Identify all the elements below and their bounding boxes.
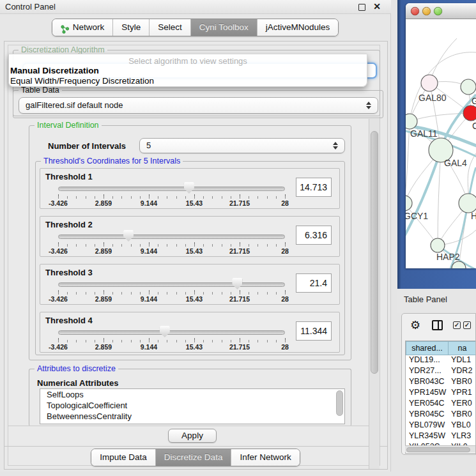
attribute-list-item[interactable]: TopologicalCoefficient [40,400,344,411]
tab-infer-network[interactable]: Infer Network [231,449,299,466]
close-traffic-icon[interactable] [411,7,419,15]
network-node[interactable] [461,79,476,95]
cell-shared-name[interactable]: YPR145W [406,388,449,399]
tab-style[interactable]: Style [112,19,149,36]
cell-name[interactable]: YBR0 [449,410,476,420]
network-node[interactable] [406,114,417,129]
cell-name[interactable]: YER0 [449,399,476,410]
tab-network[interactable]: Network [52,19,113,36]
table-row[interactable]: YDL19...YDL1 [406,355,476,366]
top-tab-bar: Network Style Select Cyni Toolbox jActiv… [0,19,390,36]
list-scrollbar-thumb[interactable] [336,390,343,416]
network-node-label: HAP2 [436,252,460,262]
tick-label: 15.43 [186,295,203,303]
threshold-value-field[interactable]: 11.344 [296,321,332,341]
tick-label: 9.144 [141,343,157,351]
tick-label: 28 [281,199,289,207]
table-row[interactable]: YPR145WYPR1 [406,388,476,399]
tab-cyni-toolbox[interactable]: Cyni Toolbox [190,19,257,36]
table-row[interactable]: YDR27...YDR2 [406,366,476,377]
threshold-slider-track[interactable] [58,234,285,239]
cell-shared-name[interactable]: YBR043C [406,377,449,388]
cell-shared-name[interactable]: YDL19... [406,355,449,366]
tick-label: 2.859 [95,247,112,255]
slider-tick-labels: -3.4262.8599.14415.4321.71528 [58,343,285,351]
table-row[interactable]: YBR043CYBR0 [406,377,476,388]
threshold-slider-track[interactable] [58,330,285,335]
network-node[interactable] [431,238,445,252]
dropdown-option-equal-width[interactable]: Equal Width/Frequency Discretization [10,76,154,86]
dropdown-option-manual[interactable]: Manual Discretization [10,66,99,75]
tab-discretize-data[interactable]: Discretize Data [155,449,231,466]
threshold-slider-handle[interactable] [232,278,242,289]
cell-name[interactable]: YBR0 [449,377,476,388]
apply-separator [8,426,380,426]
network-graph: GAL80GCGAL11GAL4GCY1HHAP2 [406,19,476,268]
network-node-label: GCY1 [406,211,428,221]
numerical-attributes-list[interactable]: SelfLoopsTopologicalCoefficientBetweenne… [40,388,345,424]
network-node[interactable] [421,75,438,91]
cell-name[interactable]: YLR3 [449,431,476,442]
threshold-label: Threshold 3 [45,268,93,277]
cell-name[interactable]: YPR1 [449,388,476,399]
control-panel-titlebar: Control Panel ✕ [0,0,391,14]
cell-shared-name[interactable]: YLR345W [406,431,449,442]
cell-name[interactable]: YBL0 [449,420,476,431]
table-row[interactable]: YER054CYER0 [406,399,476,410]
close-icon[interactable]: ✕ [373,1,381,12]
threshold-slider-track[interactable] [58,282,285,287]
threshold-3-block: Threshold 3 -3.4262.8599.14415.4321.7152… [40,264,340,305]
network-node-label: GAL4 [444,158,467,168]
cell-shared-name[interactable]: YBR045C [406,410,449,420]
cell-shared-name[interactable]: YDR27... [406,366,449,377]
node-table: shared... na YDL19...YDL1YDR27...YDR2YBR… [405,341,476,454]
split-columns-icon[interactable] [432,320,443,330]
table-row[interactable]: YLR345WYLR3 [406,431,476,442]
threshold-label: Threshold 4 [45,316,93,325]
table-data-combo[interactable]: galFiltered.sif default node [19,97,378,114]
cell-name[interactable]: YDL1 [449,355,476,366]
checkbox-icon[interactable]: ✓ [453,321,461,329]
threshold-slider-track[interactable] [58,187,285,191]
network-node[interactable] [406,196,412,211]
table-hscrollbar-thumb[interactable] [406,447,470,452]
tick-label: 28 [281,343,289,351]
tick-label: 21.715 [229,247,250,255]
cell-shared-name[interactable]: YER054C [406,399,449,410]
network-view-window: GAL80GCGAL11GAL4GCY1HHAP2 [406,3,476,268]
threshold-slider-handle[interactable] [160,326,170,337]
tab-jactivemnodules[interactable]: jActiveMNodules [257,19,339,36]
panel-scrollbar-thumb[interactable] [371,131,378,374]
network-node[interactable] [459,194,476,213]
tab-select[interactable]: Select [149,19,190,36]
network-canvas[interactable]: GAL80GCGAL11GAL4GCY1HHAP2 [406,19,476,268]
threshold-slider-handle[interactable] [123,230,134,242]
tab-impute-data[interactable]: Impute Data [91,449,155,466]
column-header-shared-name[interactable]: shared... [406,341,449,355]
checkbox-icon[interactable]: ✓ [463,321,471,329]
table-row[interactable]: YBL079WYBL0 [406,420,476,431]
gear-icon[interactable]: ⚙ [410,318,420,332]
discretization-algorithm-title: Discretization Algorithm [19,45,107,54]
threshold-slider-handle[interactable] [184,182,194,194]
table-row[interactable]: YBR045CYBR0 [406,410,476,420]
thresholds-group-title: Threshold's Coordinates for 5 Intervals [41,157,183,165]
float-window-icon[interactable] [358,4,365,11]
number-of-intervals-combo[interactable]: 5 [139,138,345,153]
tick-label: 21.715 [229,295,250,303]
zoom-traffic-icon[interactable] [434,7,442,15]
threshold-value-field[interactable]: 21.4 [296,273,332,293]
table-hscrollbar-track[interactable] [405,445,475,452]
threshold-value-field[interactable]: 14.713 [296,178,332,197]
network-node[interactable] [463,105,476,121]
attribute-list-item[interactable]: SelfLoops [40,389,344,400]
panel-scrollbar-track[interactable] [369,119,380,469]
threshold-value-field[interactable]: 6.316 [296,226,332,245]
threshold-label: Threshold 2 [45,220,93,229]
cell-shared-name[interactable]: YBL079W [406,420,449,431]
cell-name[interactable]: YDR2 [449,366,476,377]
attribute-list-item[interactable]: BetweennessCentrality [40,411,344,422]
column-header-name[interactable]: na [449,341,476,355]
minimize-traffic-icon[interactable] [422,7,431,15]
apply-button[interactable]: Apply [168,429,217,443]
